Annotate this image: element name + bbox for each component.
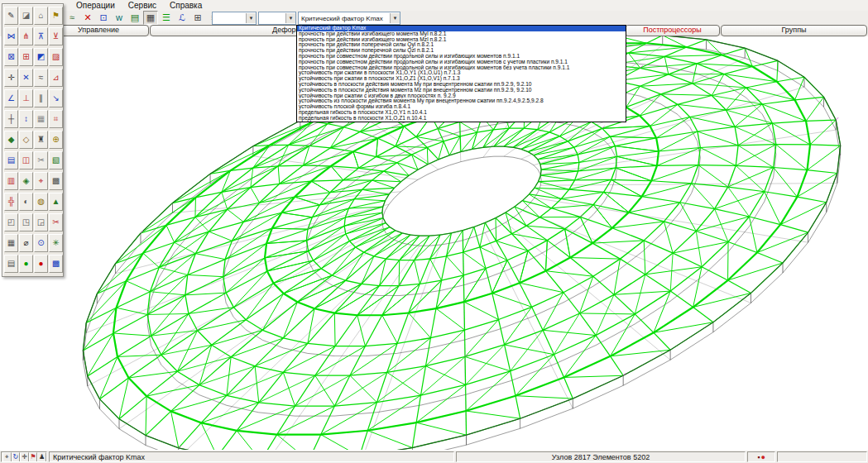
menu-item[interactable]: Операции [70, 1, 122, 10]
palette-tool-20[interactable]: ↘ [49, 89, 63, 107]
palette-tool-34[interactable]: ◈ [19, 172, 33, 190]
palette-tool-15[interactable]: ≈ [34, 69, 48, 87]
palette-tool-46[interactable]: ⌀ [19, 234, 33, 252]
palette-tool-36[interactable]: ▩ [49, 172, 63, 190]
tab[interactable]: Группы [721, 25, 867, 36]
lc-tool-icon[interactable]: ℒ [175, 11, 189, 25]
palette-tool-8[interactable]: ⊻ [49, 27, 63, 45]
dropdown-option[interactable]: устойчивость в плоскости действия момент… [297, 82, 626, 88]
palette-tool-48[interactable]: ✳ [49, 234, 63, 252]
palette-tool-52[interactable]: ▩ [49, 255, 63, 273]
palette-tool-43[interactable]: ◲ [34, 213, 48, 232]
palette-tool-11[interactable]: ◩ [34, 48, 48, 66]
mesh-tool-icon[interactable]: ⊞ [190, 11, 205, 25]
dropdown-option[interactable]: предельная гибкость в плоскости X1,O,Y1 … [297, 110, 626, 116]
move-button-icon[interactable]: ✛ [20, 452, 29, 462]
palette-tool-41[interactable]: ◰ [4, 213, 18, 232]
palette-tool-19[interactable]: ∥ [34, 89, 48, 107]
menu-item[interactable]: Сервис [122, 1, 163, 10]
palette-tool-17[interactable]: ∠ [4, 89, 18, 107]
small-combo-1[interactable]: ▼ [212, 12, 257, 25]
palette-tool-45[interactable]: ▦ [4, 234, 18, 252]
color-bars-icon[interactable]: ☰ [159, 11, 174, 25]
toolbar: ≈ ✕ ⊡ w ▤ ▦ ☰ ℒ ⊞ ≡ Ω ▼ [0, 11, 868, 26]
palette-tool-26[interactable]: ◇ [19, 131, 33, 149]
palette-tool-49[interactable]: ▤ [4, 255, 18, 273]
palette-tool-29[interactable]: ▤ [4, 151, 18, 169]
palette-tool-51[interactable]: ● [34, 255, 48, 273]
tool-glyph-icon: ┼ [8, 115, 14, 123]
palette-tool-33[interactable]: ▥ [4, 172, 18, 190]
flag-button-icon[interactable]: ⚑ [29, 452, 38, 462]
palette-tool-38[interactable]: ◐ [19, 193, 33, 211]
figure-button-icon[interactable]: ♟ [37, 452, 46, 462]
dropdown-option[interactable]: прочность при совместном действии продол… [297, 65, 626, 71]
red-ball-icon[interactable]: ● [760, 453, 765, 461]
palette-tool-4[interactable]: ⚑ [49, 7, 63, 25]
dropdown-option[interactable]: устойчивость при сжатии в плоскости X1,O… [297, 76, 626, 82]
dropdown-option[interactable]: прочность при действии изгибающего момен… [297, 31, 626, 37]
palette-tool-40[interactable]: ▲ [49, 193, 63, 211]
palette-tool-42[interactable]: ◳ [19, 213, 33, 232]
delete-icon[interactable]: ✕ [80, 11, 95, 25]
dropdown-option[interactable]: устойчивость плоской формы изгиба п.8.4.… [297, 104, 626, 110]
w-display-icon[interactable]: w [112, 11, 127, 25]
palette-tool-39[interactable]: ◍ [34, 193, 48, 211]
palette-tool-18[interactable]: ⊥ [19, 89, 33, 107]
palette-tool-32[interactable]: ▧ [49, 151, 63, 169]
tab[interactable]: Постпроцессоры [625, 25, 720, 36]
dropdown-option[interactable]: предельная гибкость в плоскости X1,O,Z1 … [297, 116, 626, 122]
palette-tool-44[interactable]: ✂ [49, 213, 63, 232]
small-combo-2[interactable]: ▼ [258, 12, 296, 25]
palette-tool-27[interactable]: ♜ [34, 131, 48, 149]
palette-tool-24[interactable]: ⌗ [49, 110, 63, 128]
palette-tool-30[interactable]: ◫ [19, 151, 33, 169]
chevron-down-icon[interactable]: ▼ [246, 13, 256, 23]
palette-tool-47[interactable]: ⊙ [34, 234, 48, 252]
dropdown-option[interactable]: прочность при действии поперечной силы Q… [297, 48, 626, 54]
palette-tool-28[interactable]: ⊕ [49, 131, 63, 149]
chevron-down-icon[interactable]: ▼ [390, 13, 400, 23]
palette-tool-35[interactable]: ⌖ [34, 172, 48, 190]
clip-selection-icon[interactable]: ⊡ [96, 11, 111, 25]
tool-glyph-icon: ● [23, 260, 28, 268]
fragment-tool-icon[interactable]: ≈ [65, 11, 79, 25]
palette-tool-14[interactable]: ✕ [19, 69, 33, 87]
dropdown-option[interactable]: устойчивость в плоскости действия момент… [297, 88, 626, 93]
dropdown-option[interactable]: устойчивость при сжатии в плоскости X1,O… [297, 70, 626, 76]
dropdown-option[interactable]: устойчивость при сжатии с изгибом в двух… [297, 93, 626, 99]
target-button-icon[interactable]: ⌖ [2, 452, 12, 462]
palette-tool-6[interactable]: ⋔ [19, 27, 33, 45]
rotate-button-icon[interactable]: ↻ [12, 452, 21, 462]
dropdown-option[interactable]: прочность при действии изгибающего момен… [297, 37, 626, 43]
chevron-down-icon[interactable]: ▼ [285, 13, 295, 23]
critical-factor-combo[interactable]: Критический фактор Kmax ▼ [298, 12, 400, 25]
palette-tool-23[interactable]: ▦ [34, 110, 48, 128]
dropdown-option[interactable]: Критический фактор Kmax [297, 26, 626, 31]
render-tool-icon[interactable]: ▤ [127, 11, 142, 25]
palette-tool-7[interactable]: ⊼ [34, 27, 48, 45]
palette-tool-9[interactable]: ⊠ [4, 48, 18, 66]
dropdown-option[interactable]: прочность при совместном действии продол… [297, 54, 626, 60]
palette-tool-21[interactable]: ┼ [4, 110, 18, 128]
palette-tool-50[interactable]: ● [19, 255, 33, 273]
palette-tool-5[interactable]: ⋈ [4, 27, 18, 45]
palette-tool-13[interactable]: ✛ [4, 69, 18, 87]
tool-glyph-icon: ◫ [22, 156, 30, 165]
grid-display-icon[interactable]: ▦ [143, 11, 158, 25]
palette-tool-1[interactable]: ✎ [4, 7, 18, 25]
palette-tool-10[interactable]: ⊞ [19, 48, 33, 66]
dropdown-option[interactable]: прочность при совместном действии продол… [297, 60, 626, 65]
menu-item[interactable]: Справка [163, 1, 209, 10]
palette-tool-3[interactable]: ⌂ [34, 7, 48, 25]
red-square-icon[interactable]: ▪ [757, 453, 760, 461]
palette-tool-37[interactable]: ╬ [4, 193, 18, 211]
palette-tool-16[interactable]: ⊿ [49, 69, 63, 87]
palette-tool-12[interactable]: ▨ [49, 48, 63, 66]
dropdown-option[interactable]: устойчивость из плоскости действия момен… [297, 98, 626, 104]
palette-tool-25[interactable]: ◆ [4, 131, 18, 149]
dropdown-option[interactable]: прочность при действии поперечной силы Q… [297, 42, 626, 48]
palette-tool-2[interactable]: ◪ [19, 7, 33, 25]
palette-tool-31[interactable]: ✂ [34, 151, 48, 169]
palette-tool-22[interactable]: ↕ [19, 110, 33, 128]
